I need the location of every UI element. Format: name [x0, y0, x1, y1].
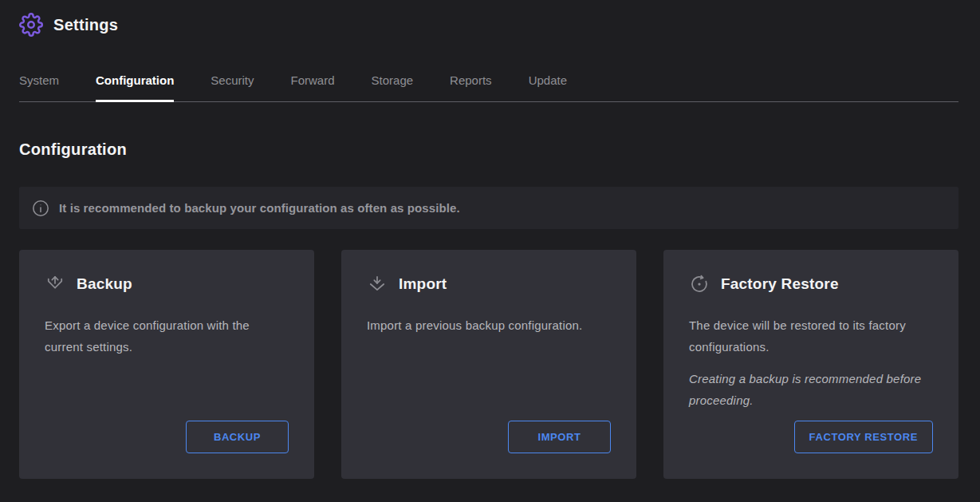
tab-update[interactable]: Update: [529, 73, 567, 101]
tab-bar: System Configuration Security Forward St…: [19, 73, 958, 102]
backup-card-title: Backup: [77, 275, 132, 293]
factory-restore-card-header: Factory Restore: [689, 274, 933, 294]
factory-restore-card-note: Creating a backup is recommended before …: [689, 368, 933, 411]
import-button[interactable]: IMPORT: [508, 421, 611, 453]
tab-system[interactable]: System: [19, 73, 59, 101]
factory-restore-card-title: Factory Restore: [721, 275, 839, 293]
settings-gear-icon: [19, 13, 43, 37]
tab-forward[interactable]: Forward: [291, 73, 335, 101]
configuration-cards: Backup Export a device configuration wit…: [19, 250, 958, 479]
backup-card-description: Export a device configuration with the c…: [45, 314, 289, 358]
info-icon: [32, 200, 49, 217]
tab-configuration[interactable]: Configuration: [96, 73, 174, 101]
backup-card: Backup Export a device configuration wit…: [19, 250, 314, 479]
tab-storage[interactable]: Storage: [372, 73, 414, 101]
app-title: Settings: [53, 16, 118, 34]
download-icon: [367, 274, 388, 294]
import-card-title: Import: [399, 275, 447, 293]
info-banner: It is recommended to backup your configu…: [19, 187, 958, 229]
import-card-description: Import a previous backup configuration.: [367, 314, 611, 336]
info-banner-text: It is recommended to backup your configu…: [59, 201, 460, 215]
import-card: Import Import a previous backup configur…: [341, 250, 636, 479]
factory-restore-button[interactable]: FACTORY RESTORE: [794, 421, 933, 453]
import-card-header: Import: [367, 274, 611, 294]
factory-restore-card: Factory Restore The device will be resto…: [663, 250, 958, 479]
backup-card-header: Backup: [45, 274, 289, 294]
tab-security[interactable]: Security: [211, 73, 254, 101]
settings-page: Settings System Configuration Security F…: [0, 0, 980, 479]
page-title: Configuration: [19, 140, 958, 159]
tab-reports[interactable]: Reports: [450, 73, 492, 101]
app-header: Settings: [19, 0, 958, 37]
backup-button[interactable]: BACKUP: [186, 421, 289, 453]
factory-restore-card-description: The device will be restored to its facto…: [689, 314, 933, 358]
restore-icon: [689, 274, 710, 294]
upload-icon: [45, 274, 65, 294]
